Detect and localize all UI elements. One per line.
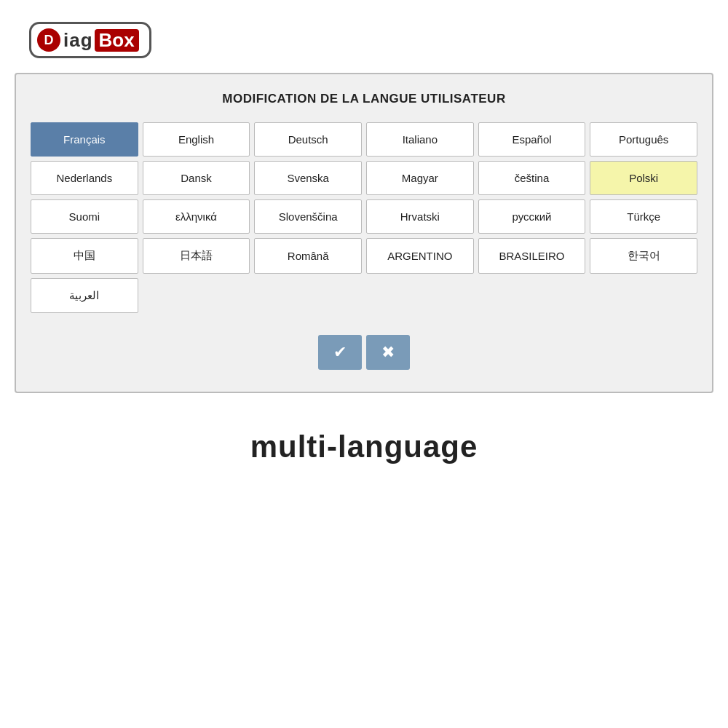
action-row: ✔ ✖ xyxy=(31,335,697,370)
lang-btn-zh[interactable]: 中国 xyxy=(31,238,138,274)
lang-btn-cs[interactable]: čeština xyxy=(478,161,586,195)
lang-btn-pl[interactable]: Polski xyxy=(590,161,697,195)
lang-btn-es[interactable]: Español xyxy=(478,122,586,157)
lang-btn-hu[interactable]: Magyar xyxy=(366,161,474,195)
lang-btn-hr[interactable]: Hrvatski xyxy=(366,199,474,234)
confirm-button[interactable]: ✔ xyxy=(318,335,362,370)
lang-btn-pt[interactable]: Português xyxy=(590,122,697,157)
lang-btn-ro[interactable]: Română xyxy=(254,238,362,274)
language-grid: FrançaisEnglishDeutschItalianoEspañolPor… xyxy=(31,122,697,313)
lang-btn-ar[interactable]: العربية xyxy=(31,278,138,313)
cancel-button[interactable]: ✖ xyxy=(366,335,410,370)
lang-btn-de[interactable]: Deutsch xyxy=(254,122,362,157)
lang-btn-en[interactable]: English xyxy=(143,122,250,157)
lang-btn-nl[interactable]: Nederlands xyxy=(31,161,138,195)
lang-btn-ar2[interactable]: ARGENTINO xyxy=(366,238,474,274)
lang-btn-da[interactable]: Dansk xyxy=(143,161,250,195)
footer-text: multi-language xyxy=(0,430,728,464)
lang-btn-fi[interactable]: Suomi xyxy=(31,199,138,234)
lang-btn-fr[interactable]: Français xyxy=(31,122,138,157)
language-dialog: MODIFICATION DE LA LANGUE UTILISATEUR Fr… xyxy=(15,73,713,393)
logo-box-word: Box xyxy=(95,29,139,52)
lang-btn-sl[interactable]: Slovenščina xyxy=(254,199,362,234)
lang-btn-br[interactable]: BRASILEIRO xyxy=(478,238,586,274)
logo-area: D iag Box xyxy=(0,0,728,73)
lang-btn-ja[interactable]: 日本語 xyxy=(143,238,250,274)
dialog-title: MODIFICATION DE LA LANGUE UTILISATEUR xyxy=(31,92,697,106)
lang-btn-tr[interactable]: Türkçe xyxy=(590,199,697,234)
logo-d-circle: D xyxy=(37,28,60,52)
lang-btn-ko[interactable]: 한국어 xyxy=(590,238,697,274)
logo-iag: iag xyxy=(63,29,93,52)
diagbox-logo: D iag Box xyxy=(29,22,151,58)
lang-btn-sv[interactable]: Svenska xyxy=(254,161,362,195)
lang-btn-el[interactable]: ελληνικά xyxy=(143,199,250,234)
lang-btn-ru[interactable]: русский xyxy=(478,199,586,234)
lang-btn-it[interactable]: Italiano xyxy=(366,122,474,157)
